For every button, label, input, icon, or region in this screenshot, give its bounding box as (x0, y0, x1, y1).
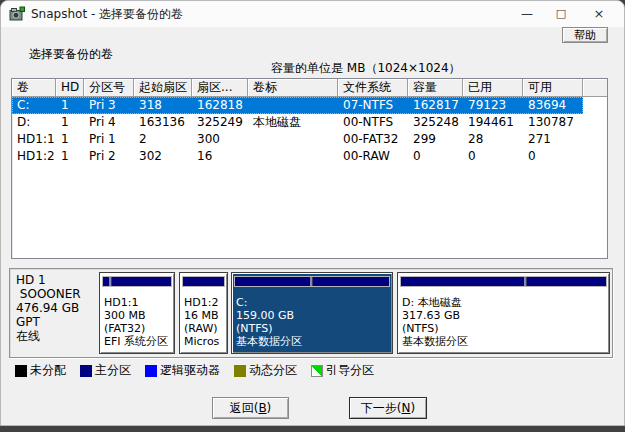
partition-text: C:159.00 GB(NTFS)基本数据分区 (236, 296, 392, 348)
partition-text: HD1:216 MB(RAW)Micros (184, 296, 227, 348)
partition-block[interactable]: D: 本地磁盘317.63 GB(NTFS)基本数据分区 (397, 272, 610, 354)
partition-block[interactable]: C:159.00 GB(NTFS)基本数据分区 (231, 272, 393, 354)
column-header-9[interactable]: 可用 (523, 79, 583, 97)
cell: 302 (134, 148, 192, 165)
cell: 1 (56, 114, 84, 131)
legend-label: 逻辑驱动器 (160, 362, 220, 379)
column-header-8[interactable]: 已用 (463, 79, 523, 97)
cell: 163136 (134, 114, 192, 131)
snapshot-app-icon (9, 6, 25, 22)
partition-label: (NTFS) (402, 322, 609, 335)
titlebar: Snapshot - 选择要备份的卷 — □ × (1, 1, 624, 27)
cell: D: (12, 114, 56, 131)
legend-label: 引导分区 (326, 362, 374, 379)
partition-label: 基本数据分区 (402, 335, 609, 348)
cell: 162817 (408, 97, 463, 114)
column-header-2[interactable]: 分区号 (84, 79, 134, 97)
cell: 194461 (463, 114, 523, 131)
partition-label: 317.63 GB (402, 309, 609, 322)
cell: HD1:2 (12, 148, 56, 165)
partition-label: 300 MB (104, 309, 174, 322)
disk-info-line: 476.94 GB (16, 301, 98, 315)
column-header-3[interactable]: 起始扇区 (134, 79, 192, 97)
legend-label: 动态分区 (249, 362, 297, 379)
partition-label: D: 本地磁盘 (402, 296, 609, 309)
table-row[interactable]: HD1:21Pri 23021600-RAW000 (12, 148, 583, 165)
partition-block[interactable]: HD1:1300 MB(FAT32)EFI 系统分区 (99, 272, 175, 354)
usage-bar (182, 276, 225, 287)
legend-swatch (311, 365, 323, 377)
disk-panel: HD 1 SOOONER476.94 GBGPT在线 HD1:1300 MB(F… (9, 268, 613, 358)
cell: 79123 (463, 97, 523, 114)
close-icon[interactable]: × (582, 1, 616, 27)
column-header-6[interactable]: 文件系统 (338, 79, 408, 97)
cell: 1 (56, 97, 84, 114)
column-header-1[interactable]: HD (56, 79, 84, 97)
cell: 271 (523, 131, 583, 148)
partition-label: 基本数据分区 (236, 335, 392, 348)
volume-table: 卷HD分区号起始扇区扇区...卷标文件系统容量已用可用 C:1Pri 33181… (11, 78, 608, 259)
cell: Pri 1 (84, 131, 134, 148)
next-label: 下一步( (361, 401, 402, 415)
column-header-0[interactable]: 卷 (12, 79, 56, 97)
cell (248, 97, 338, 114)
cell (248, 131, 338, 148)
cell: 0 (463, 148, 523, 165)
legend-swatch (145, 365, 157, 377)
screen: Snapshot - 选择要备份的卷 — □ × 帮助 选择要备份的卷 容量的单… (0, 0, 625, 432)
page-heading: 选择要备份的卷 (29, 46, 113, 63)
cell: 325248 (408, 114, 463, 131)
usage-bar (102, 276, 172, 287)
cell: 130787 (523, 114, 583, 131)
cell: 00-FAT32 (338, 131, 408, 148)
next-button[interactable]: 下一步(N) (349, 397, 427, 419)
usage-divider (524, 277, 526, 286)
partition-label: C: (236, 296, 392, 309)
cell: Pri 2 (84, 148, 134, 165)
legend-item: 主分区 (80, 362, 131, 379)
back-label-end: ) (267, 401, 272, 415)
cell: Pri 4 (84, 114, 134, 131)
partition-label: (NTFS) (236, 322, 392, 335)
column-header-4[interactable]: 扇区... (192, 79, 248, 97)
capacity-unit-note: 容量的单位是 MB（1024×1024） (271, 60, 461, 77)
cell: 00-NTFS (338, 114, 408, 131)
table-row[interactable]: C:1Pri 331816281807-NTFS1628177912383694 (12, 97, 583, 114)
cell: 本地磁盘 (248, 114, 338, 131)
legend: 未分配主分区逻辑驱动器动态分区引导分区 (15, 362, 374, 379)
back-button[interactable]: 返回(B) (212, 397, 289, 419)
column-header-5[interactable]: 卷标 (248, 79, 338, 97)
snapshot-window: Snapshot - 选择要备份的卷 — □ × 帮助 选择要备份的卷 容量的单… (0, 0, 625, 426)
partition-block[interactable]: HD1:216 MB(RAW)Micros (179, 272, 228, 354)
column-header-7[interactable]: 容量 (408, 79, 463, 97)
minimize-icon[interactable]: — (510, 1, 544, 27)
partition-label: HD1:1 (104, 296, 174, 309)
table-row[interactable]: D:1Pri 4163136325249本地磁盘00-NTFS325248194… (12, 114, 583, 131)
usage-bar (234, 276, 390, 287)
legend-item: 逻辑驱动器 (145, 362, 220, 379)
cell: 0 (408, 148, 463, 165)
cell: 300 (192, 131, 248, 148)
partition-label: Micros (184, 335, 227, 348)
partition-label: (FAT32) (104, 322, 174, 335)
maximize-icon[interactable]: □ (544, 1, 578, 27)
cell: 00-RAW (338, 148, 408, 165)
disk-info-line: SOOONER (16, 287, 98, 301)
table-row[interactable]: HD1:11Pri 1230000-FAT3229928271 (12, 131, 583, 148)
legend-item: 未分配 (15, 362, 66, 379)
cell: 07-NTFS (338, 97, 408, 114)
cell: 299 (408, 131, 463, 148)
help-button[interactable]: 帮助 (562, 27, 608, 43)
next-label-end: ) (410, 401, 415, 415)
partition-label: 159.00 GB (236, 309, 392, 322)
usage-divider (109, 277, 111, 286)
cell (248, 148, 338, 165)
partition-label: (RAW) (184, 322, 227, 335)
legend-label: 未分配 (30, 362, 66, 379)
column-header-filler (583, 79, 607, 97)
partition-label: HD1:2 (184, 296, 227, 309)
back-label: 返回( (230, 401, 259, 415)
cell: C: (12, 97, 56, 114)
cell: 16 (192, 148, 248, 165)
legend-item: 动态分区 (234, 362, 297, 379)
